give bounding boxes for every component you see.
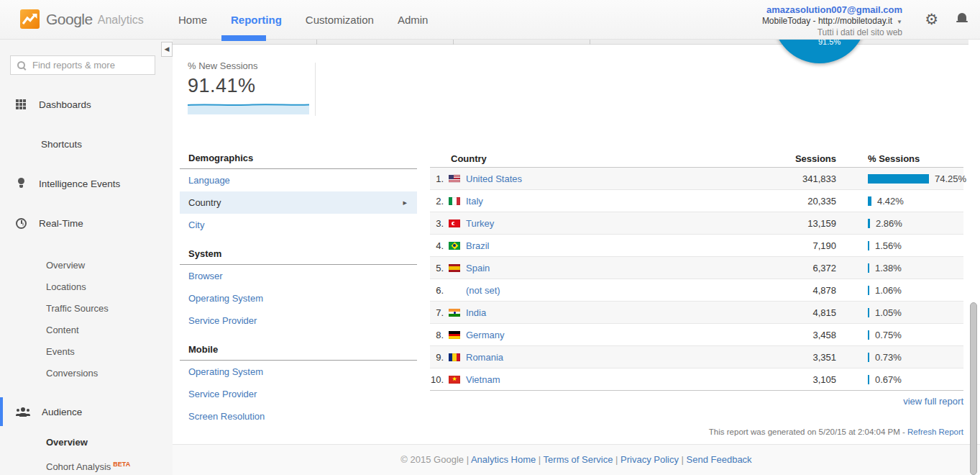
romania-flag-icon — [449, 353, 460, 361]
sidebar-item-dashboards[interactable]: Dashboards — [16, 96, 173, 112]
row-rank: 4. — [430, 240, 449, 251]
panel-link-operating-system[interactable]: Operating System — [180, 361, 417, 383]
table-header-country: Country — [430, 153, 750, 164]
panel-link-language[interactable]: Language — [180, 169, 417, 191]
country-link[interactable]: Vietnam — [466, 374, 750, 385]
search-input[interactable] — [32, 56, 153, 74]
footer-link-privacy-policy[interactable]: Privacy Policy — [620, 454, 679, 465]
sessions-value: 4,815 — [750, 307, 836, 318]
generated-timestamp: This report was generated on 5/20/15 at … — [709, 428, 905, 436]
account-email-link[interactable]: amazasolution007@gmail.com — [762, 5, 902, 15]
sidebar-item-intelligence-events[interactable]: Intelligence Events — [16, 176, 173, 191]
vertical-scrollbar-thumb[interactable] — [970, 302, 977, 475]
notifications-bell-icon[interactable] — [956, 13, 968, 26]
row-rank: 1. — [430, 173, 449, 184]
panel-link-browser[interactable]: Browser — [180, 265, 417, 287]
sidebar-subitem-traffic-sources[interactable]: Traffic Sources — [46, 298, 173, 320]
nav-tab-home[interactable]: Home — [178, 14, 207, 26]
country-link[interactable]: Spain — [466, 263, 750, 273]
footer-link-terms-of-service[interactable]: Terms of Service — [544, 454, 613, 465]
row-rank: 2. — [430, 196, 449, 207]
account-info: amazasolution007@gmail.com MobileToday -… — [762, 5, 902, 37]
refresh-report-link[interactable]: Refresh Report — [907, 428, 963, 436]
italy-flag-icon — [449, 197, 460, 205]
google-analytics-logo[interactable]: Google Analytics — [20, 9, 144, 29]
table-row: 10.Vietnam3,1050.67% — [430, 368, 963, 391]
pct-cell: 1.05% — [868, 307, 963, 318]
sidebar-subitem-content[interactable]: Content — [46, 320, 173, 341]
pct-value: 4.42% — [877, 196, 904, 207]
sidebar-subitem-conversions[interactable]: Conversions — [46, 363, 173, 384]
country-link[interactable]: Romania — [466, 352, 750, 363]
primary-nav: HomeReportingCustomizationAdmin — [178, 0, 428, 40]
nav-tab-admin[interactable]: Admin — [398, 14, 429, 26]
page-footer: © 2015 Google | Analytics Home | Terms o… — [173, 444, 980, 475]
panel-link-service-provider[interactable]: Service Provider — [180, 383, 417, 405]
pct-value: 1.38% — [875, 263, 902, 273]
sidebar-subitem-overview[interactable]: Overview — [46, 255, 173, 276]
panel-link-label: Operating System — [188, 293, 263, 304]
pct-cell: 1.38% — [868, 263, 963, 273]
sidebar-collapse-button[interactable]: ◀ — [161, 42, 173, 57]
metric-card-divider — [315, 63, 316, 116]
country-link[interactable]: Brazil — [466, 240, 750, 251]
view-full-report-link[interactable]: view full report — [903, 396, 963, 407]
property-selector[interactable]: MobileToday - http://mobiletoday.it▼ — [762, 16, 902, 27]
pct-cell: 1.56% — [868, 240, 963, 251]
pct-bar — [868, 353, 869, 362]
panel-link-label: Country — [188, 197, 221, 208]
country-link[interactable]: Italy — [466, 196, 750, 207]
panel-link-city[interactable]: City — [180, 214, 417, 236]
panel-link-label: Operating System — [188, 366, 263, 377]
country-link[interactable]: Germany — [466, 330, 750, 340]
pct-bar — [868, 330, 869, 340]
panel-link-operating-system[interactable]: Operating System — [180, 287, 417, 309]
panel-link-screen-resolution[interactable]: Screen Resolution — [180, 405, 417, 428]
settings-gear-icon[interactable]: ⚙ — [925, 11, 938, 28]
panel-link-service-provider[interactable]: Service Provider — [180, 309, 417, 332]
tab-divider — [453, 40, 454, 45]
country-link[interactable]: India — [466, 307, 750, 318]
sessions-value: 4,878 — [750, 285, 836, 296]
row-rank: 7. — [430, 307, 449, 318]
sidebar-subitem-overview[interactable]: Overview — [46, 432, 173, 453]
pct-cell: 4.42% — [868, 196, 963, 207]
footer-link-analytics-home[interactable]: Analytics Home — [471, 454, 536, 465]
sidebar-subitem-events[interactable]: Events — [46, 341, 173, 363]
sidebar-item-audience[interactable]: Audience — [0, 397, 173, 426]
report-search — [10, 55, 155, 75]
logo-brand-text: Google — [46, 11, 93, 28]
table-header-pct-sessions: % Sessions — [868, 153, 963, 164]
panel-link-country[interactable]: Country▸ — [180, 191, 417, 214]
nav-tab-customization[interactable]: Customization — [306, 14, 374, 26]
table-row: 6.(not set)4,8781.06% — [430, 279, 963, 302]
pct-value: 0.75% — [875, 330, 902, 340]
metric-sparkline — [188, 101, 309, 117]
pct-cell: 0.75% — [868, 330, 963, 340]
panel-group-title: Mobile — [180, 340, 417, 361]
table-row: 7.India4,8151.05% — [430, 302, 963, 324]
pct-value: 74.25% — [935, 173, 966, 184]
country-link[interactable]: United States — [466, 173, 750, 184]
account-view-name: Tutti i dati del sito web — [762, 27, 902, 37]
sessions-value: 3,351 — [750, 352, 836, 363]
nav-tab-reporting[interactable]: Reporting — [231, 14, 282, 26]
pct-cell: 74.25% — [868, 173, 963, 184]
turkey-flag-icon — [449, 220, 460, 227]
sessions-value: 20,335 — [750, 196, 836, 207]
footer-link-send-feedback[interactable]: Send Feedback — [687, 454, 752, 465]
sidebar-subitem-cohort-analysis[interactable]: Cohort AnalysisBETA — [46, 453, 173, 475]
pct-cell: 2.86% — [868, 218, 963, 229]
sidebar-item-shortcuts[interactable]: Shortcuts — [16, 136, 173, 152]
table-body: 1.United States341,83374.25%2.Italy20,33… — [430, 168, 963, 391]
table-row: 1.United States341,83374.25% — [430, 168, 963, 190]
sidebar-subitem-locations[interactable]: Locations — [46, 276, 173, 298]
sessions-value: 3,105 — [750, 374, 836, 385]
vietnam-flag-icon — [449, 376, 460, 384]
pct-value: 1.56% — [875, 240, 902, 251]
united-states-flag-icon — [449, 175, 460, 183]
pct-bar — [868, 286, 869, 295]
sidebar-item-real-time[interactable]: Real-Time — [16, 215, 173, 231]
country-link[interactable]: (not set) — [466, 285, 750, 296]
country-link[interactable]: Turkey — [466, 218, 750, 229]
